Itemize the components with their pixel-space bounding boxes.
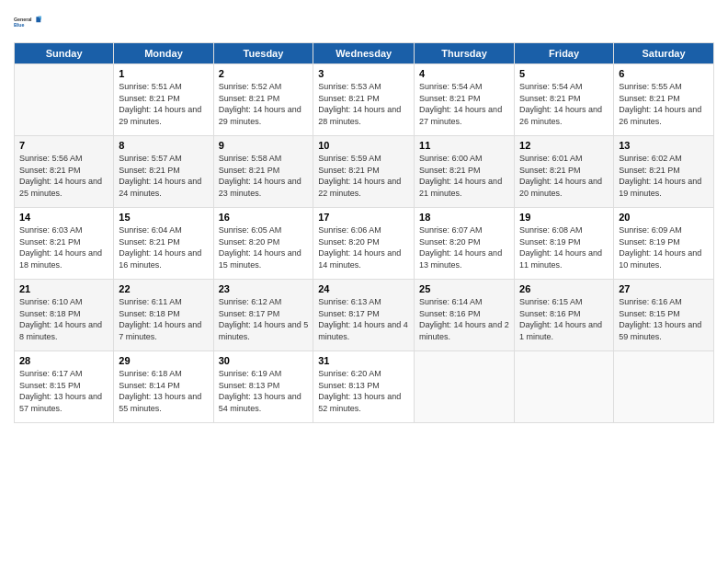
day-number: 14 bbox=[19, 212, 108, 223]
day-cell: 16Sunrise: 6:05 AM Sunset: 8:20 PM Dayli… bbox=[213, 208, 313, 280]
day-cell: 10Sunrise: 5:59 AM Sunset: 8:21 PM Dayli… bbox=[313, 136, 415, 208]
day-cell: 23Sunrise: 6:12 AM Sunset: 8:17 PM Dayli… bbox=[213, 280, 313, 351]
day-cell: 13Sunrise: 6:02 AM Sunset: 8:21 PM Dayli… bbox=[614, 136, 714, 208]
day-info: Sunrise: 6:02 AM Sunset: 8:21 PM Dayligh… bbox=[619, 153, 709, 199]
week-row-2: 7Sunrise: 5:56 AM Sunset: 8:21 PM Daylig… bbox=[15, 136, 714, 208]
day-info: Sunrise: 6:08 AM Sunset: 8:19 PM Dayligh… bbox=[519, 224, 609, 270]
day-number: 9 bbox=[219, 140, 309, 151]
day-number: 28 bbox=[19, 355, 108, 366]
header-cell-friday: Friday bbox=[515, 43, 614, 64]
day-info: Sunrise: 5:53 AM Sunset: 8:21 PM Dayligh… bbox=[318, 81, 409, 127]
week-row-1: 1Sunrise: 5:51 AM Sunset: 8:21 PM Daylig… bbox=[15, 64, 714, 136]
svg-text:Blue: Blue bbox=[14, 22, 24, 28]
header-cell-thursday: Thursday bbox=[415, 43, 515, 64]
day-cell: 15Sunrise: 6:04 AM Sunset: 8:21 PM Dayli… bbox=[114, 208, 213, 280]
day-number: 21 bbox=[19, 283, 108, 294]
day-cell: 30Sunrise: 6:19 AM Sunset: 8:13 PM Dayli… bbox=[213, 351, 313, 423]
day-cell: 22Sunrise: 6:11 AM Sunset: 8:18 PM Dayli… bbox=[114, 280, 213, 351]
day-number: 31 bbox=[318, 355, 409, 366]
day-number: 26 bbox=[519, 283, 609, 294]
day-cell: 29Sunrise: 6:18 AM Sunset: 8:14 PM Dayli… bbox=[114, 351, 213, 423]
day-info: Sunrise: 6:10 AM Sunset: 8:18 PM Dayligh… bbox=[19, 296, 108, 342]
header-cell-saturday: Saturday bbox=[614, 43, 714, 64]
day-info: Sunrise: 6:13 AM Sunset: 8:17 PM Dayligh… bbox=[318, 296, 409, 342]
day-cell: 6Sunrise: 5:55 AM Sunset: 8:21 PM Daylig… bbox=[614, 64, 714, 136]
day-info: Sunrise: 6:04 AM Sunset: 8:21 PM Dayligh… bbox=[119, 224, 208, 270]
day-info: Sunrise: 6:15 AM Sunset: 8:16 PM Dayligh… bbox=[519, 296, 609, 342]
day-number: 20 bbox=[619, 212, 709, 223]
header-row: SundayMondayTuesdayWednesdayThursdayFrid… bbox=[15, 43, 714, 64]
day-info: Sunrise: 5:59 AM Sunset: 8:21 PM Dayligh… bbox=[318, 153, 409, 199]
day-number: 23 bbox=[219, 283, 309, 294]
day-number: 11 bbox=[419, 140, 509, 151]
day-cell: 2Sunrise: 5:52 AM Sunset: 8:21 PM Daylig… bbox=[213, 64, 313, 136]
day-cell bbox=[15, 64, 114, 136]
day-info: Sunrise: 5:52 AM Sunset: 8:21 PM Dayligh… bbox=[219, 81, 309, 127]
day-info: Sunrise: 6:17 AM Sunset: 8:15 PM Dayligh… bbox=[19, 368, 108, 414]
day-cell: 5Sunrise: 5:54 AM Sunset: 8:21 PM Daylig… bbox=[515, 64, 614, 136]
day-number: 6 bbox=[619, 68, 709, 79]
day-number: 4 bbox=[419, 68, 509, 79]
week-row-5: 28Sunrise: 6:17 AM Sunset: 8:15 PM Dayli… bbox=[15, 351, 714, 423]
day-cell bbox=[515, 351, 614, 423]
day-cell: 21Sunrise: 6:10 AM Sunset: 8:18 PM Dayli… bbox=[15, 280, 114, 351]
logo: General Blue bbox=[14, 9, 41, 37]
calendar-table: SundayMondayTuesdayWednesdayThursdayFrid… bbox=[14, 42, 714, 423]
day-number: 19 bbox=[519, 212, 609, 223]
day-info: Sunrise: 5:56 AM Sunset: 8:21 PM Dayligh… bbox=[19, 153, 108, 199]
day-cell: 3Sunrise: 5:53 AM Sunset: 8:21 PM Daylig… bbox=[313, 64, 415, 136]
day-cell: 28Sunrise: 6:17 AM Sunset: 8:15 PM Dayli… bbox=[15, 351, 114, 423]
page: General Blue SundayMondayTuesdayWednesda… bbox=[0, 0, 728, 563]
day-number: 5 bbox=[519, 68, 609, 79]
day-number: 2 bbox=[219, 68, 309, 79]
day-info: Sunrise: 6:09 AM Sunset: 8:19 PM Dayligh… bbox=[619, 224, 709, 270]
day-info: Sunrise: 6:20 AM Sunset: 8:13 PM Dayligh… bbox=[318, 368, 409, 414]
day-cell: 4Sunrise: 5:54 AM Sunset: 8:21 PM Daylig… bbox=[415, 64, 515, 136]
day-info: Sunrise: 5:55 AM Sunset: 8:21 PM Dayligh… bbox=[619, 81, 709, 127]
day-info: Sunrise: 6:16 AM Sunset: 8:15 PM Dayligh… bbox=[619, 296, 709, 342]
header-cell-monday: Monday bbox=[114, 43, 213, 64]
day-number: 25 bbox=[419, 283, 509, 294]
day-number: 8 bbox=[119, 140, 208, 151]
week-row-4: 21Sunrise: 6:10 AM Sunset: 8:18 PM Dayli… bbox=[15, 280, 714, 351]
day-cell: 25Sunrise: 6:14 AM Sunset: 8:16 PM Dayli… bbox=[415, 280, 515, 351]
day-info: Sunrise: 6:07 AM Sunset: 8:20 PM Dayligh… bbox=[419, 224, 509, 270]
day-info: Sunrise: 6:03 AM Sunset: 8:21 PM Dayligh… bbox=[19, 224, 108, 270]
day-info: Sunrise: 6:06 AM Sunset: 8:20 PM Dayligh… bbox=[318, 224, 409, 270]
day-info: Sunrise: 6:01 AM Sunset: 8:21 PM Dayligh… bbox=[519, 153, 609, 199]
day-info: Sunrise: 6:19 AM Sunset: 8:13 PM Dayligh… bbox=[219, 368, 309, 414]
day-info: Sunrise: 6:11 AM Sunset: 8:18 PM Dayligh… bbox=[119, 296, 208, 342]
day-info: Sunrise: 5:57 AM Sunset: 8:21 PM Dayligh… bbox=[119, 153, 208, 199]
day-cell: 17Sunrise: 6:06 AM Sunset: 8:20 PM Dayli… bbox=[313, 208, 415, 280]
week-row-3: 14Sunrise: 6:03 AM Sunset: 8:21 PM Dayli… bbox=[15, 208, 714, 280]
header-cell-sunday: Sunday bbox=[15, 43, 114, 64]
day-number: 10 bbox=[318, 140, 409, 151]
day-cell: 12Sunrise: 6:01 AM Sunset: 8:21 PM Dayli… bbox=[515, 136, 614, 208]
day-number: 18 bbox=[419, 212, 509, 223]
day-info: Sunrise: 5:54 AM Sunset: 8:21 PM Dayligh… bbox=[519, 81, 609, 127]
day-number: 27 bbox=[619, 283, 709, 294]
header-cell-wednesday: Wednesday bbox=[313, 43, 415, 64]
day-cell bbox=[415, 351, 515, 423]
day-cell: 24Sunrise: 6:13 AM Sunset: 8:17 PM Dayli… bbox=[313, 280, 415, 351]
day-cell: 19Sunrise: 6:08 AM Sunset: 8:19 PM Dayli… bbox=[515, 208, 614, 280]
day-number: 22 bbox=[119, 283, 208, 294]
day-cell: 9Sunrise: 5:58 AM Sunset: 8:21 PM Daylig… bbox=[213, 136, 313, 208]
day-cell: 27Sunrise: 6:16 AM Sunset: 8:15 PM Dayli… bbox=[614, 280, 714, 351]
day-info: Sunrise: 5:51 AM Sunset: 8:21 PM Dayligh… bbox=[119, 81, 208, 127]
svg-text:General: General bbox=[14, 17, 32, 22]
day-cell: 14Sunrise: 6:03 AM Sunset: 8:21 PM Dayli… bbox=[15, 208, 114, 280]
day-info: Sunrise: 5:58 AM Sunset: 8:21 PM Dayligh… bbox=[219, 153, 309, 199]
day-number: 29 bbox=[119, 355, 208, 366]
day-number: 17 bbox=[318, 212, 409, 223]
day-number: 1 bbox=[119, 68, 208, 79]
day-cell: 26Sunrise: 6:15 AM Sunset: 8:16 PM Dayli… bbox=[515, 280, 614, 351]
day-cell: 18Sunrise: 6:07 AM Sunset: 8:20 PM Dayli… bbox=[415, 208, 515, 280]
day-number: 12 bbox=[519, 140, 609, 151]
day-info: Sunrise: 5:54 AM Sunset: 8:21 PM Dayligh… bbox=[419, 81, 509, 127]
day-cell: 11Sunrise: 6:00 AM Sunset: 8:21 PM Dayli… bbox=[415, 136, 515, 208]
day-number: 7 bbox=[19, 140, 108, 151]
day-number: 30 bbox=[219, 355, 309, 366]
day-info: Sunrise: 6:12 AM Sunset: 8:17 PM Dayligh… bbox=[219, 296, 309, 342]
header: General Blue bbox=[14, 9, 714, 37]
